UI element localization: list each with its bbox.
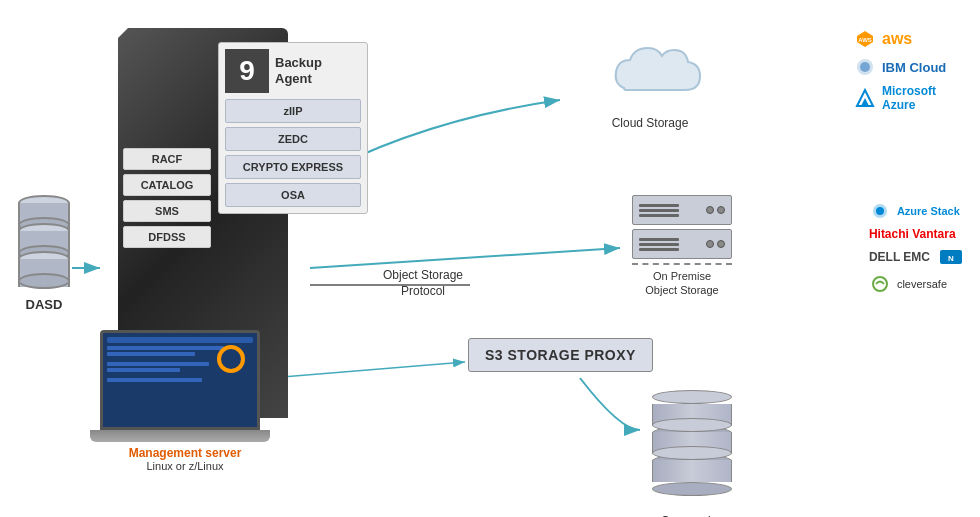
aws-provider: AWS aws: [854, 28, 962, 50]
management-server-sublabel: Linux or z/Linux: [100, 460, 270, 472]
onprem-providers: Azure Stack Hitachi Vantara DELL EMC N c…: [869, 200, 962, 295]
azure-stack-label: Azure Stack: [897, 205, 960, 217]
server-unit-2: [632, 229, 732, 259]
netapp-icon: N: [940, 246, 962, 268]
backup-agent-number: 9: [225, 49, 269, 93]
ibm-icon: [854, 56, 876, 78]
ibm-label: IBM Cloud: [882, 60, 946, 75]
backup-agent-panel: 9 Backup Agent zIIP ZEDC CRYPTO EXPRESS …: [218, 42, 368, 214]
s3-storage-proxy: S3 STORAGE PROXY: [468, 338, 653, 372]
svg-point-8: [860, 62, 870, 72]
dell-emc-provider: DELL EMC N: [869, 246, 962, 268]
svg-point-15: [873, 277, 887, 291]
aws-icon: AWS: [854, 28, 876, 50]
laptop-screen: [100, 330, 260, 430]
svg-point-12: [876, 207, 884, 215]
zedc-item: ZEDC: [225, 127, 361, 151]
aws-label: aws: [882, 30, 912, 48]
onprem-label: On PremiseObject Storage: [632, 269, 732, 298]
azure-icon: [854, 87, 876, 109]
ibm-cloud-provider: IBM Cloud: [854, 56, 962, 78]
osp-label: Object StorageProtocol: [378, 268, 468, 299]
cloud-storage-label: Cloud Storage: [590, 116, 710, 130]
osa-item: OSA: [225, 183, 361, 207]
onprem-object-storage: On PremiseObject Storage: [632, 195, 732, 298]
backup-title-line2: Agent: [275, 71, 312, 86]
cleversafe-provider: cleversafe: [869, 273, 962, 295]
cloud-icon: [590, 38, 710, 110]
server-unit-1: [632, 195, 732, 225]
management-server-label: Management server: [100, 446, 270, 460]
azure-stack-icon: [869, 200, 891, 222]
svg-text:N: N: [948, 254, 954, 263]
azure-provider: Microsoft Azure: [854, 84, 962, 113]
svg-line-5: [270, 362, 465, 378]
svg-line-3: [310, 248, 620, 268]
mainframe-labels: RACF CATALOG SMS DFDSS: [123, 148, 211, 252]
svg-marker-10: [861, 98, 869, 106]
nas-san-group: On-premiseNAS SAN: [652, 390, 732, 517]
s3-label: S3 STORAGE PROXY: [485, 347, 636, 363]
dasd-storage: DASD: [18, 195, 70, 312]
cloud-storage-group: Cloud Storage: [590, 38, 710, 130]
cleversafe-icon: [869, 273, 891, 295]
racf-label: RACF: [123, 148, 211, 170]
ziip-item: zIIP: [225, 99, 361, 123]
cloud-providers: AWS aws IBM Cloud Microsoft Azure: [854, 28, 962, 113]
osp-text: Object StorageProtocol: [383, 268, 463, 298]
azure-label: Microsoft Azure: [882, 84, 962, 113]
management-server: Management server Linux or z/Linux: [100, 330, 270, 472]
cleversafe-label: cleversafe: [897, 278, 947, 290]
crypto-item: CRYPTO EXPRESS: [225, 155, 361, 179]
dfdss-label: DFDSS: [123, 226, 211, 248]
sms-label: SMS: [123, 200, 211, 222]
hitachi-provider: Hitachi Vantara: [869, 227, 962, 241]
catalog-label: CATALOG: [123, 174, 211, 196]
azure-stack-provider: Azure Stack: [869, 200, 962, 222]
dasd-label: DASD: [18, 297, 70, 312]
hitachi-label: Hitachi Vantara: [869, 227, 956, 241]
backup-title-line1: Backup: [275, 55, 322, 70]
svg-text:AWS: AWS: [858, 37, 872, 43]
dell-emc-label: DELL EMC: [869, 250, 930, 264]
